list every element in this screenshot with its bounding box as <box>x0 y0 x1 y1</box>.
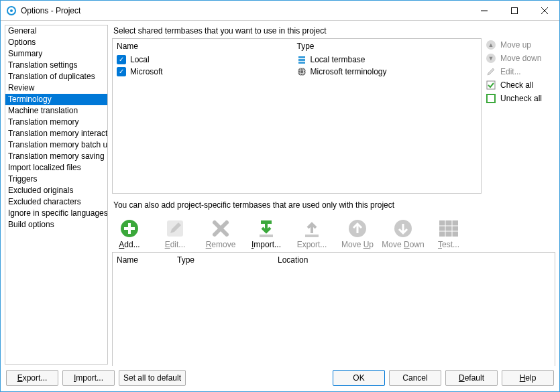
title-bar: Options - Project <box>1 1 559 21</box>
app-icon <box>6 5 17 16</box>
move-down-action[interactable]: ▼ Move down <box>486 53 555 64</box>
uncheck-all-action[interactable]: Uncheck all <box>486 93 555 104</box>
export-bottom-button[interactable]: Export... <box>6 370 58 386</box>
project-list-header: Name Type Location <box>113 253 555 267</box>
nav-item[interactable]: General <box>5 25 107 37</box>
shared-heading: Select shared termbases that you want to… <box>113 26 555 36</box>
export-icon <box>301 218 323 239</box>
checkbox-icon[interactable]: ✓ <box>117 55 126 64</box>
col-type: Type <box>297 42 478 51</box>
import-bottom-button[interactable]: Import... <box>62 370 115 386</box>
move-up-action[interactable]: ▲ Move up <box>486 40 555 50</box>
svg-rect-7 <box>298 59 305 61</box>
svg-rect-8 <box>298 62 305 64</box>
nav-item[interactable]: Machine translation <box>5 105 107 117</box>
nav-item[interactable]: Translation memory batch usage <box>5 139 107 151</box>
svg-rect-22 <box>305 235 319 237</box>
svg-rect-6 <box>298 56 305 58</box>
checkbox-checked-icon <box>486 80 496 90</box>
arrow-up-icon: ▲ <box>486 40 496 50</box>
col-name: Name <box>117 42 297 51</box>
content-panel: Select shared termbases that you want to… <box>112 25 555 365</box>
nav-item[interactable]: Triggers <box>5 174 107 185</box>
nav-item[interactable]: Translation of duplicates <box>5 71 107 82</box>
svg-rect-21 <box>260 235 273 237</box>
check-all-action[interactable]: Check all <box>486 80 555 90</box>
svg-point-9 <box>298 68 306 76</box>
edit-action[interactable]: Edit... <box>486 66 555 77</box>
test-button[interactable]: Test... <box>431 218 466 249</box>
project-heading: You can also add project-specific termba… <box>113 200 555 210</box>
nav-item[interactable]: Terminology <box>5 94 107 105</box>
nav-item[interactable]: Translation memory <box>5 117 107 128</box>
pencil-icon <box>486 66 496 77</box>
nav-item[interactable]: Summary <box>5 48 107 60</box>
database-icon <box>297 55 306 64</box>
options-nav: GeneralOptionsSummaryTranslation setting… <box>5 25 108 365</box>
nav-item[interactable]: Translation settings <box>5 60 107 71</box>
svg-point-1 <box>10 9 13 12</box>
nav-item[interactable]: Excluded originals <box>5 185 107 196</box>
col-location: Location <box>278 255 551 265</box>
export-button[interactable]: Export... <box>294 218 329 249</box>
move-down-button[interactable]: Move Down <box>386 218 421 249</box>
globe-icon <box>297 67 306 76</box>
col-type: Type <box>177 255 278 265</box>
item-type: Microsoft terminology <box>311 67 387 76</box>
col-name: Name <box>117 255 177 265</box>
default-button[interactable]: Default <box>445 370 498 386</box>
shared-list-header: Name Type <box>113 39 481 54</box>
cancel-button[interactable]: Cancel <box>389 370 441 386</box>
import-button[interactable]: Import... <box>249 218 284 249</box>
project-termbase-list[interactable]: Name Type Location <box>112 252 555 366</box>
svg-rect-25 <box>439 220 458 237</box>
checkbox-icon[interactable]: ✓ <box>117 67 126 76</box>
grid-icon <box>438 218 459 239</box>
maximize-button[interactable] <box>499 1 529 20</box>
nav-item[interactable]: Review <box>5 82 107 94</box>
dialog-button-bar: Export... Import... Set all to default O… <box>1 366 559 391</box>
list-item[interactable]: ✓LocalLocal termbase <box>113 54 481 66</box>
close-button[interactable] <box>529 1 559 20</box>
nav-item[interactable]: Import localized files <box>5 162 107 174</box>
window-title: Options - Project <box>21 6 469 15</box>
arrow-up-icon <box>347 218 368 239</box>
shared-termbase-list[interactable]: Name Type ✓LocalLocal termbase✓Microsoft… <box>112 38 482 194</box>
minimize-button[interactable] <box>469 1 499 20</box>
svg-rect-20 <box>261 220 272 224</box>
x-icon <box>210 218 231 239</box>
item-type: Local termbase <box>311 55 366 64</box>
svg-rect-13 <box>487 94 495 103</box>
ok-button[interactable]: OK <box>333 370 385 386</box>
import-icon <box>256 218 277 239</box>
svg-rect-12 <box>487 81 495 89</box>
set-all-default-button[interactable]: Set all to default <box>119 370 186 386</box>
item-name: Local <box>130 55 150 64</box>
nav-item[interactable]: Translation memory interactive <box>5 128 107 139</box>
nav-item[interactable]: Options <box>5 37 107 48</box>
list-item[interactable]: ✓MicrosoftMicrosoft terminology <box>113 66 481 78</box>
remove-button[interactable]: Remove <box>203 218 238 249</box>
nav-item[interactable]: Build options <box>5 219 107 231</box>
help-button[interactable]: Help <box>502 370 554 386</box>
arrow-down-icon <box>392 218 414 239</box>
shared-actions: ▲ Move up ▼ Move down Edit... <box>486 38 555 194</box>
pencil-icon <box>164 218 186 239</box>
arrow-down-icon: ▼ <box>486 53 496 64</box>
checkbox-empty-icon <box>486 93 496 104</box>
nav-item[interactable]: Translation memory saving <box>5 151 107 162</box>
nav-item[interactable]: Excluded characters <box>5 196 107 208</box>
item-name: Microsoft <box>130 67 163 76</box>
edit-button[interactable]: Edit... <box>158 218 192 249</box>
plus-icon <box>119 218 140 239</box>
nav-item[interactable]: Ignore in specific languages <box>5 208 107 219</box>
move-up-button[interactable]: Move Up <box>340 218 375 249</box>
project-toolbar: Add... Edit... Remove Import... <box>112 215 555 249</box>
add-button[interactable]: Add... <box>112 218 147 249</box>
svg-rect-3 <box>511 7 517 13</box>
